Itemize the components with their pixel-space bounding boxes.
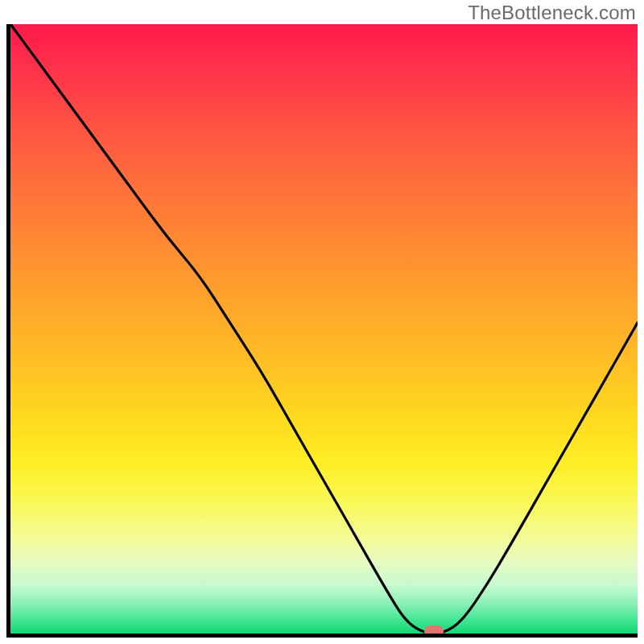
watermark-label: TheBottleneck.com <box>468 2 636 24</box>
bottleneck-chart: TheBottleneck.com <box>0 0 644 644</box>
heat-gradient <box>10 24 638 634</box>
plot-area <box>6 24 638 638</box>
optimal-point-marker <box>424 625 444 638</box>
